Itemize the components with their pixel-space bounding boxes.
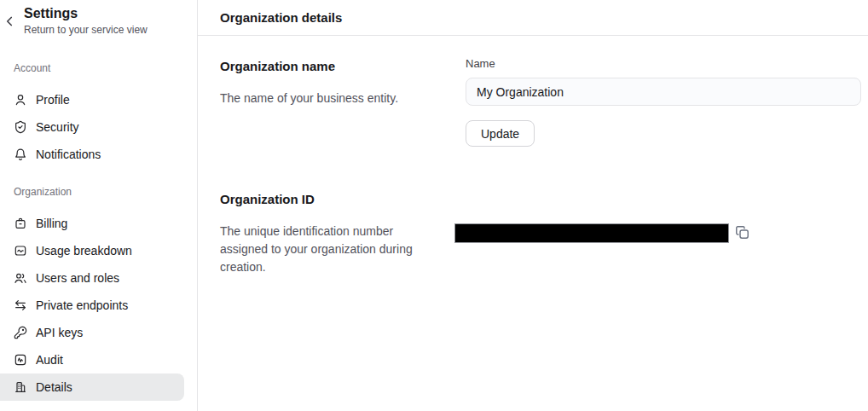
copy-button[interactable] xyxy=(735,225,749,240)
sidebar-item-label: Users and roles xyxy=(36,271,119,285)
sidebar-item-label: API keys xyxy=(36,326,83,339)
back-button[interactable] xyxy=(2,14,17,30)
sidebar-item-label: Billing xyxy=(36,217,67,230)
sidebar-item-profile[interactable]: Profile xyxy=(0,86,184,113)
organization-name-input[interactable] xyxy=(466,78,861,106)
sidebar-item-label: Audit xyxy=(36,353,63,367)
sidebar-item-label: Details xyxy=(36,380,72,394)
main-content: Organization details Organization name T… xyxy=(198,0,868,411)
key-icon xyxy=(14,326,27,339)
sidebar-item-usage-breakdown[interactable]: Usage breakdown xyxy=(0,237,184,264)
main-header: Organization details xyxy=(198,0,868,36)
organization-id-heading: Organization ID xyxy=(220,192,445,207)
building-icon xyxy=(14,380,27,394)
user-icon xyxy=(14,93,27,107)
shield-check-icon xyxy=(14,120,27,134)
sidebar-item-label: Notifications xyxy=(36,148,101,161)
sidebar-item-api-keys[interactable]: API keys xyxy=(0,319,184,346)
users-icon xyxy=(14,271,27,285)
section-label-organization: Organization xyxy=(14,186,197,198)
sidebar-item-audit[interactable]: Audit xyxy=(0,346,184,373)
update-button[interactable]: Update xyxy=(466,120,535,147)
name-field-label: Name xyxy=(466,57,861,71)
sidebar-item-users-and-roles[interactable]: Users and roles xyxy=(0,264,184,292)
sidebar-item-notifications[interactable]: Notifications xyxy=(0,141,184,168)
sidebar-item-billing[interactable]: Billing xyxy=(0,210,184,237)
swap-arrows-icon xyxy=(14,298,27,312)
sidebar-title: Settings xyxy=(24,5,187,22)
sidebar-item-security[interactable]: Security xyxy=(0,113,184,141)
sidebar-header: Settings Return to your service view xyxy=(0,3,197,37)
activity-square-icon xyxy=(14,353,27,367)
sidebar-item-label: Usage breakdown xyxy=(36,244,132,258)
sidebar-item-private-endpoints[interactable]: Private endpoints xyxy=(0,292,184,319)
organization-name-description: The name of your business entity. xyxy=(220,90,445,107)
page-title: Organization details xyxy=(220,10,342,25)
bell-icon xyxy=(14,148,27,161)
billing-case-icon xyxy=(14,217,27,230)
settings-page: Settings Return to your service view Acc… xyxy=(0,0,868,411)
organization-id-section: Organization ID The unique identificatio… xyxy=(220,192,861,276)
sidebar-item-details[interactable]: Details xyxy=(0,373,184,401)
organization-id-description: The unique identification number assigne… xyxy=(220,223,435,276)
sidebar-subtitle: Return to your service view xyxy=(24,24,187,37)
copy-icon xyxy=(735,225,749,240)
section-label-account: Account xyxy=(14,62,197,74)
usage-chart-icon xyxy=(14,244,27,258)
organization-id-redacted-value xyxy=(454,223,729,243)
sidebar-item-label: Private endpoints xyxy=(36,298,128,312)
chevron-left-icon xyxy=(2,14,17,32)
settings-sidebar: Settings Return to your service view Acc… xyxy=(0,0,198,411)
organization-name-section: Organization name The name of your busin… xyxy=(220,59,861,147)
organization-name-heading: Organization name xyxy=(220,59,445,74)
sidebar-item-label: Profile xyxy=(36,93,70,107)
sidebar-item-label: Security xyxy=(36,120,79,134)
